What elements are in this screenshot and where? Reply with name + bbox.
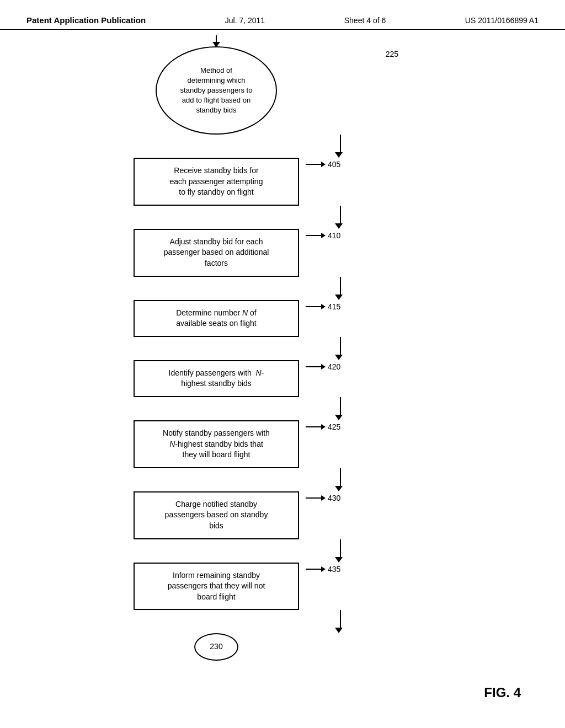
arrow-4 (335, 355, 343, 360)
horiz-head-420 (321, 364, 326, 370)
horiz-head-405 (321, 162, 326, 167)
arrow-6 (335, 486, 343, 491)
conn-1 (340, 135, 341, 152)
annot-425: 425 (306, 420, 340, 431)
step-435-row: Inform remaining standby passengers that… (100, 563, 465, 611)
step-405-text: Receive standby bids for each passenger … (170, 165, 263, 198)
step-425-rect: Notify standby passengers with N-highest… (134, 420, 299, 468)
horiz-head-435 (321, 566, 326, 572)
step-420-row: Identify passengers with N-highest stand… (100, 360, 465, 397)
annot-420-arrow-row: 420 (306, 362, 340, 371)
step-430-rect: Charge notified standby passengers based… (134, 491, 299, 539)
node-id-410: 410 (328, 231, 340, 240)
step-405-row: Receive standby bids for each passenger … (100, 158, 465, 206)
horiz-line-425 (306, 426, 321, 427)
step-415-text: Determine number N of available seats on… (176, 308, 257, 329)
annot-435: 435 (306, 563, 340, 574)
end-node-shape: 230 (134, 633, 299, 661)
arrow-2 (335, 223, 343, 229)
annot-430-arrow-row: 430 (306, 494, 340, 502)
step-430-text: Charge notified standby passengers based… (165, 499, 268, 532)
arrow-7 (335, 557, 343, 563)
start-oval-text: Method of determining which standby pass… (180, 66, 253, 116)
step-430-row: Charge notified standby passengers based… (100, 491, 465, 539)
fig-label: FIG. 4 (484, 685, 521, 700)
annot-415-arrow-row: 415 (306, 302, 340, 311)
step-425-shape: Notify standby passengers with N-highest… (134, 420, 299, 468)
step-410-shape: Adjust standby bid for each passenger ba… (134, 229, 299, 277)
conn-3 (340, 277, 341, 295)
arrow-3 (335, 295, 343, 300)
step-405-rect: Receive standby bids for each passenger … (134, 158, 299, 206)
start-node-shape: Method of determining which standby pass… (134, 46, 299, 135)
annot-435-arrow-row: 435 (306, 565, 340, 574)
step-430-shape: Charge notified standby passengers based… (134, 491, 299, 539)
conn-4 (340, 337, 341, 355)
annot-225: 225 (386, 50, 398, 58)
horiz-line-420 (306, 366, 321, 367)
conn-2 (340, 206, 341, 223)
horiz-head-425 (321, 424, 326, 430)
step-410-row: Adjust standby bid for each passenger ba… (100, 229, 465, 277)
annot-430: 430 (306, 491, 340, 502)
horiz-head-430 (321, 495, 326, 501)
step-435-text: Inform remaining standby passengers that… (168, 570, 265, 603)
diagram: Method of determining which standby pass… (0, 30, 565, 661)
publication-label: Patent Application Publication (26, 15, 146, 25)
node-id-430: 430 (328, 494, 340, 502)
horiz-line-415 (306, 306, 321, 307)
arrow-5 (335, 415, 343, 420)
step-410-text: Adjust standby bid for each passenger ba… (164, 237, 269, 269)
start-node-row: Method of determining which standby pass… (100, 46, 465, 135)
node-id-435: 435 (328, 565, 340, 574)
step-415-rect: Determine number N of available seats on… (134, 300, 299, 337)
annot-425-arrow-row: 425 (306, 422, 340, 431)
horiz-line-410 (306, 235, 321, 236)
node-id-425: 425 (328, 422, 340, 431)
end-oval: 230 (194, 633, 238, 661)
conn-7 (340, 539, 341, 557)
horiz-line-430 (306, 497, 321, 499)
node-id-420: 420 (328, 362, 340, 371)
node-id-225: 225 (386, 50, 398, 58)
arrow-8 (335, 628, 343, 633)
conn-8 (340, 610, 341, 628)
top-arrow (212, 35, 220, 47)
horiz-head-410 (321, 233, 326, 238)
step-420-rect: Identify passengers with N-highest stand… (134, 360, 299, 397)
node-id-415: 415 (328, 302, 340, 311)
annot-405: 405 (306, 158, 340, 169)
step-420-text: Identify passengers with N-highest stand… (169, 368, 264, 389)
step-410-rect: Adjust standby bid for each passenger ba… (134, 229, 299, 277)
annot-405-arrow-row: 405 (306, 160, 340, 169)
step-435-rect: Inform remaining standby passengers that… (134, 563, 299, 611)
conn-6 (340, 468, 341, 486)
step-415-shape: Determine number N of available seats on… (134, 300, 299, 337)
start-oval: Method of determining which standby pass… (156, 46, 277, 135)
annot-420: 420 (306, 360, 340, 371)
end-node-row: 230 (100, 633, 465, 661)
step-405-shape: Receive standby bids for each passenger … (134, 158, 299, 206)
patent-number: US 2011/0166899 A1 (465, 16, 539, 25)
sheet-label: Sheet 4 of 6 (344, 16, 386, 25)
date-label: Jul. 7, 2011 (225, 16, 265, 25)
step-425-text: Notify standby passengers with N-highest… (163, 428, 270, 461)
annot-410-arrow-row: 410 (306, 231, 340, 240)
annot-410: 410 (306, 229, 340, 240)
arrow-1 (335, 152, 343, 158)
page: Patent Application Publication Jul. 7, 2… (0, 0, 565, 728)
header: Patent Application Publication Jul. 7, 2… (0, 0, 565, 30)
horiz-line-435 (306, 569, 321, 570)
horiz-head-415 (321, 304, 326, 309)
annot-415: 415 (306, 300, 340, 311)
end-oval-text: 230 (210, 641, 222, 652)
step-435-shape: Inform remaining standby passengers that… (134, 563, 299, 611)
step-415-row: Determine number N of available seats on… (100, 300, 465, 337)
step-420-shape: Identify passengers with N-highest stand… (134, 360, 299, 397)
conn-5 (340, 397, 341, 415)
step-425-row: Notify standby passengers with N-highest… (100, 420, 465, 468)
node-id-405: 405 (328, 160, 340, 169)
horiz-line-405 (306, 164, 321, 165)
